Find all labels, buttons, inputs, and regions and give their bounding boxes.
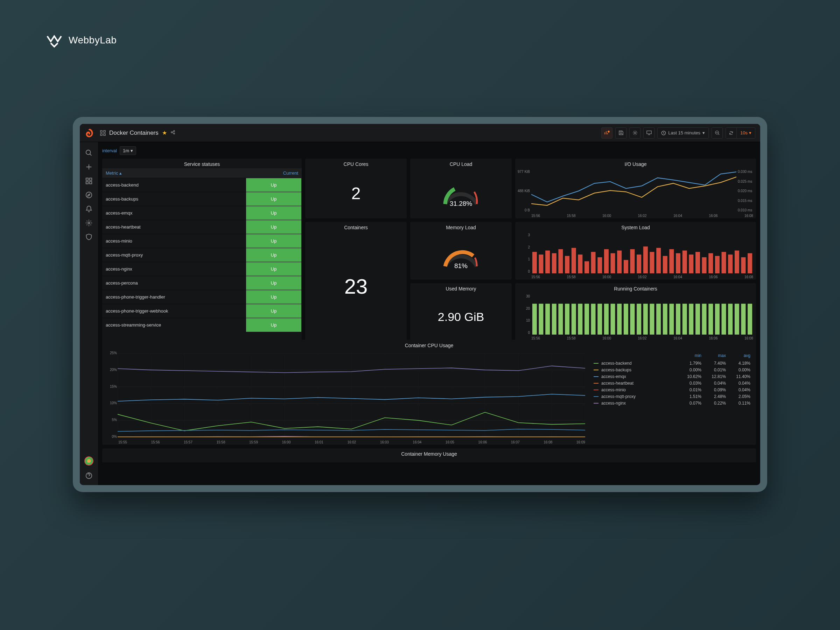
svg-rect-61 <box>578 304 583 335</box>
svg-rect-20 <box>532 252 537 273</box>
svg-rect-23 <box>552 253 556 273</box>
svg-rect-13 <box>86 178 88 180</box>
svg-rect-77 <box>682 304 687 335</box>
settings-icon[interactable] <box>629 127 641 139</box>
legend-row[interactable]: access-backend1.79%7.40%4.18% <box>594 361 750 366</box>
panel-cpu-load[interactable]: CPU Load 31.28% <box>410 159 512 218</box>
svg-rect-87 <box>748 304 752 335</box>
panel-system-load[interactable]: System Load 3210 15:5615:5816:0016:0216:… <box>515 222 756 279</box>
shield-icon[interactable] <box>85 233 93 241</box>
svg-rect-68 <box>624 304 628 335</box>
svg-rect-30 <box>597 257 602 273</box>
legend-row[interactable]: access-heartbeat0.03%0.04%0.04% <box>594 381 750 386</box>
svg-rect-37 <box>643 246 648 273</box>
table-row: access-perconaUp <box>102 276 302 290</box>
refresh-icon[interactable] <box>726 127 737 139</box>
svg-rect-31 <box>604 249 609 273</box>
svg-rect-45 <box>695 252 700 273</box>
svg-point-5 <box>174 130 175 132</box>
plus-icon[interactable] <box>85 163 93 171</box>
panel-used-memory[interactable]: Used Memory 2.90 GiB <box>410 283 512 341</box>
svg-rect-47 <box>708 253 713 273</box>
help-icon[interactable] <box>85 472 93 480</box>
svg-rect-24 <box>558 249 563 273</box>
share-icon[interactable] <box>171 130 175 136</box>
device-frame: Docker Containers ★ Last 15 minutes ▾ 10… <box>73 117 767 492</box>
svg-rect-54 <box>532 304 537 335</box>
panel-title: Containers <box>305 222 407 232</box>
table-row: access-phone-trigger-handlerUp <box>102 290 302 304</box>
legend-row[interactable]: access-mqtt-proxy1.51%2.48%2.05% <box>594 394 750 399</box>
status-badge: Up <box>246 290 302 304</box>
var-interval-label: interval <box>102 148 117 153</box>
monitor-icon[interactable] <box>643 127 655 139</box>
status-badge: Up <box>246 318 302 332</box>
svg-rect-42 <box>676 253 681 273</box>
sidebar <box>80 142 98 485</box>
star-icon[interactable]: ★ <box>162 129 167 136</box>
panel-cpu-cores[interactable]: CPU Cores 2 <box>305 159 407 218</box>
svg-rect-27 <box>578 254 583 273</box>
legend-row[interactable]: access-backups0.00%0.01%0.00% <box>594 368 750 373</box>
search-icon[interactable] <box>85 149 93 157</box>
svg-rect-39 <box>656 248 661 273</box>
zoom-out-icon[interactable] <box>712 127 723 139</box>
legend-row[interactable]: access-nginx0.07%0.22%0.11% <box>594 401 750 406</box>
dashboards-icon[interactable] <box>85 177 93 185</box>
top-bar: Docker Containers ★ Last 15 minutes ▾ 10… <box>80 124 760 142</box>
panel-service-statuses[interactable]: Service statuses Metric ▴ Current access… <box>102 159 302 341</box>
table-row: access-heartbeatUp <box>102 220 302 234</box>
svg-rect-28 <box>584 261 589 273</box>
metric-name: access-backups <box>102 196 246 202</box>
svg-rect-79 <box>695 304 700 335</box>
svg-rect-50 <box>728 254 733 273</box>
legend-row[interactable]: access-minio0.01%0.09%0.04% <box>594 387 750 392</box>
panel-title: I/O Usage <box>515 159 756 168</box>
chevron-down-icon: ▾ <box>131 148 133 153</box>
table-row: access-phone-trigger-webhookUp <box>102 304 302 318</box>
svg-rect-14 <box>90 178 92 180</box>
svg-rect-26 <box>572 248 576 273</box>
svg-point-6 <box>174 133 175 134</box>
svg-rect-25 <box>565 256 570 273</box>
svg-rect-16 <box>90 182 92 184</box>
svg-rect-52 <box>741 257 745 273</box>
save-icon[interactable] <box>615 127 627 139</box>
svg-rect-35 <box>630 249 635 273</box>
status-badge: Up <box>246 192 302 206</box>
alerting-icon[interactable] <box>85 205 93 213</box>
avatar[interactable] <box>84 456 93 466</box>
panel-running-containers[interactable]: Running Containers 3020100 15:5615:5816:… <box>515 283 756 341</box>
table-header: Metric ▴ Current <box>102 168 302 178</box>
svg-rect-15 <box>86 182 88 184</box>
metric-name: access-emqx <box>102 210 246 216</box>
status-badge: Up <box>246 248 302 262</box>
svg-rect-65 <box>604 304 609 335</box>
variable-row: interval 1m▾ <box>102 146 756 155</box>
brand-name: WebbyLab <box>69 35 117 46</box>
status-badge: Up <box>246 304 302 318</box>
svg-rect-57 <box>552 304 556 335</box>
time-range-picker[interactable]: Last 15 minutes ▾ <box>657 127 709 139</box>
svg-rect-86 <box>741 304 745 335</box>
dashboard-title[interactable]: Docker Containers <box>109 129 159 136</box>
explore-icon[interactable] <box>85 191 93 199</box>
var-interval-select[interactable]: 1m▾ <box>120 146 136 155</box>
panel-container-memory-usage[interactable]: Container Memory Usage <box>102 448 756 463</box>
config-icon[interactable] <box>85 219 93 227</box>
legend-row[interactable]: access-emqx10.62%12.81%11.40% <box>594 374 750 379</box>
svg-rect-71 <box>643 304 648 335</box>
svg-rect-9 <box>647 131 651 134</box>
metric-name: access-minio <box>102 238 246 243</box>
status-badge: Up <box>246 262 302 276</box>
panel-title: Running Containers <box>515 283 756 293</box>
add-panel-icon[interactable] <box>601 127 613 139</box>
refresh-interval[interactable]: 10s▾ <box>737 127 755 139</box>
panel-container-cpu-usage[interactable]: Container CPU Usage 25%20%15%10%5%0% 15:… <box>102 340 756 445</box>
svg-rect-53 <box>748 253 752 273</box>
panel-memory-load[interactable]: Memory Load 81% <box>410 222 512 279</box>
stat-value: 2 <box>305 168 407 218</box>
legend: minmaxavg access-backend1.79%7.40%4.18%a… <box>588 350 756 445</box>
panel-containers[interactable]: Containers 23 <box>305 222 407 341</box>
panel-io-usage[interactable]: I/O Usage 977 KiB488 KiB0 B 0.030 ms0.02… <box>515 159 756 218</box>
